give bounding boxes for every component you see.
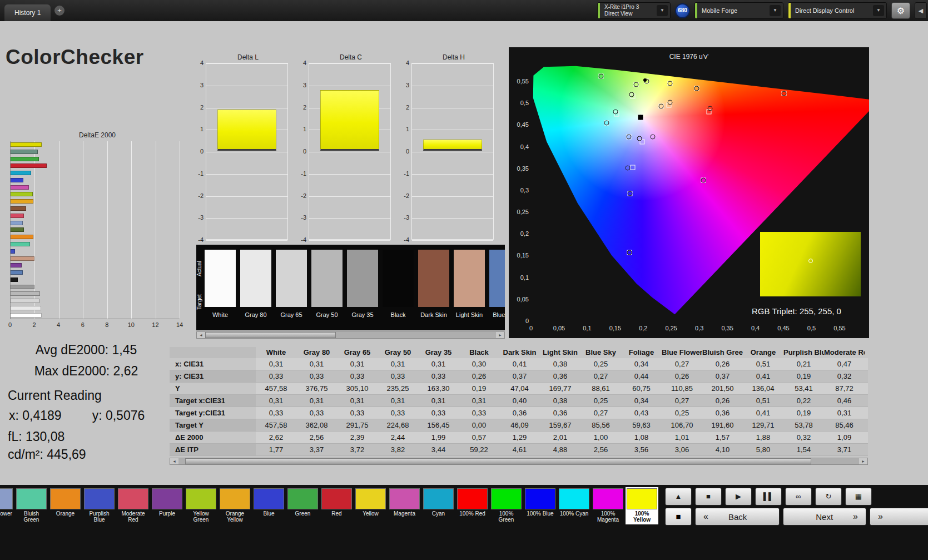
chart-title: Delta C xyxy=(309,53,393,61)
current-reading-marker xyxy=(643,78,647,82)
colorchecker-swatch: Light Skin xyxy=(454,250,485,318)
collapse-panel-arrow-icon[interactable]: ◀ xyxy=(915,2,927,19)
gridline xyxy=(309,240,390,241)
scroll-left-icon[interactable]: ◄ xyxy=(170,458,178,464)
patch-swatch xyxy=(16,488,47,509)
chart-title: DeltaE 2000 xyxy=(6,131,189,139)
y-tick-label: 2 xyxy=(200,104,204,111)
back-button[interactable]: « Back xyxy=(695,508,780,526)
table-cell: 0,46 xyxy=(824,395,865,407)
patch-orange-yellow[interactable]: Orange Yellow xyxy=(220,488,250,523)
table-cell: 457,58 xyxy=(256,383,296,394)
x-tick-label: 0 xyxy=(8,321,12,328)
up-button[interactable]: ▲ xyxy=(665,488,692,506)
patch-magenta[interactable]: Magenta xyxy=(389,488,420,523)
scroll-right-icon[interactable]: ► xyxy=(496,332,504,338)
patch-100-green[interactable]: 100% Green xyxy=(491,488,522,523)
scroll-thumb[interactable] xyxy=(205,332,336,338)
refresh-button[interactable]: ↻ xyxy=(815,488,842,506)
table-cell: 376,75 xyxy=(296,383,337,394)
meter-dropdown[interactable]: X-Rite i1Pro 3 Direct View ▼ xyxy=(597,2,671,19)
swatch-target xyxy=(383,279,414,307)
y-tick-label: -4 xyxy=(404,236,409,243)
scroll-track[interactable] xyxy=(205,332,496,338)
table-cell: 0,25 xyxy=(580,358,621,370)
table-cell: 3,44 xyxy=(418,444,459,455)
table-cell: 1,99 xyxy=(418,432,459,443)
patch-100-cyan[interactable]: 100% Cyan xyxy=(559,488,589,523)
patch-moderate-red[interactable]: Moderate Red xyxy=(118,488,148,523)
patch-100-red[interactable]: 100% Red xyxy=(457,488,488,523)
patch-purplish-blue[interactable]: Purplish Blue xyxy=(84,488,115,523)
workflow-dropdown[interactable]: Mobile Forge ▼ xyxy=(694,2,783,19)
scroll-track[interactable] xyxy=(178,458,859,464)
patch-purple[interactable]: Purple xyxy=(152,488,182,523)
table-cell: 0,36 xyxy=(499,407,540,419)
table-cell: 5,80 xyxy=(743,444,783,455)
x-tick-label: 0,3 xyxy=(688,325,711,331)
play-button[interactable]: ▶ xyxy=(725,488,752,506)
patch-blue[interactable]: Blue xyxy=(254,488,284,523)
scroll-left-icon[interactable]: ◄ xyxy=(197,332,205,338)
patch-100-magenta[interactable]: 100% Magenta xyxy=(593,488,623,523)
y-tick-label: -3 xyxy=(404,214,409,221)
skip-forward-button[interactable]: » xyxy=(870,508,928,526)
table-cell: 0,26 xyxy=(702,395,743,407)
patch-100-blue[interactable]: 100% Blue xyxy=(525,488,555,523)
patch-label: 100% Red xyxy=(457,511,488,523)
chevron-left-icon: « xyxy=(703,512,708,522)
y-tick-label: 3 xyxy=(303,82,306,88)
table-cell: 0,31 xyxy=(256,395,296,407)
swatch-label: Blue Sky xyxy=(489,311,505,318)
gear-icon[interactable]: ⚙ xyxy=(891,2,910,19)
colorchecker-swatch: Blue Sky xyxy=(489,250,505,318)
gridline xyxy=(206,174,287,175)
patch-orange[interactable]: Orange xyxy=(50,488,81,523)
chevron-down-icon[interactable]: ▼ xyxy=(657,5,668,16)
chevron-down-icon[interactable]: ▼ xyxy=(873,5,884,16)
patch-red[interactable]: Red xyxy=(321,488,352,523)
pause-button[interactable]: ▌▌ xyxy=(755,488,782,506)
display-control-dropdown[interactable]: Direct Display Control ▼ xyxy=(788,2,887,19)
row-label: Target x:CIE31 xyxy=(170,395,256,407)
patch-yellow-green[interactable]: Yellow Green xyxy=(186,488,216,523)
gridline xyxy=(206,196,287,197)
chevron-down-icon[interactable]: ▼ xyxy=(770,5,781,16)
y-tick-label: 0,4 xyxy=(509,143,529,150)
patch-100-yellow[interactable]: 100% Yellow xyxy=(627,488,657,523)
patch-blue-flower[interactable]: Blue Flower xyxy=(0,488,13,523)
table-cell: 0,00 xyxy=(459,419,499,431)
patch-bluish-green[interactable]: Bluish Green xyxy=(16,488,47,523)
deltae-bar xyxy=(11,150,38,154)
grid-button[interactable]: ▦ xyxy=(845,488,872,506)
table-cell: 0,33 xyxy=(418,370,459,382)
patch-yellow[interactable]: Yellow xyxy=(355,488,386,523)
column-header: Gray 65 xyxy=(337,347,378,358)
table-cell: 0,31 xyxy=(824,407,865,419)
table-cell: 0,33 xyxy=(337,407,378,419)
current-x: x: 0,4189 xyxy=(9,408,62,423)
patch-green[interactable]: Green xyxy=(287,488,318,523)
gridline xyxy=(412,86,493,86)
loop-button[interactable]: ∞ xyxy=(785,488,812,506)
stop-button[interactable]: ■ xyxy=(695,488,722,506)
scroll-right-icon[interactable]: ► xyxy=(859,458,867,464)
meter-count-badge[interactable]: 680 xyxy=(675,3,690,18)
history-tab[interactable]: History 1 xyxy=(4,4,51,21)
y-tick-label: -1 xyxy=(301,170,306,177)
swatch-actual xyxy=(205,250,236,279)
add-tab-button[interactable]: + xyxy=(54,6,64,16)
table-cell: 0,33 xyxy=(256,407,296,419)
patch-cyan[interactable]: Cyan xyxy=(423,488,454,523)
deltae-bar xyxy=(11,299,39,303)
blackout-button[interactable]: ■ xyxy=(665,508,692,526)
patch-label: Moderate Red xyxy=(118,511,148,523)
table-cell: 0,43 xyxy=(621,407,662,419)
scroll-thumb[interactable] xyxy=(185,458,811,464)
deltae-bar xyxy=(11,185,29,190)
table-cell: 156,45 xyxy=(418,419,459,431)
patch-swatch xyxy=(559,488,589,509)
y-tick-label: 0,2 xyxy=(509,230,529,237)
next-button[interactable]: Next » xyxy=(783,508,866,526)
table-cell: 0,32 xyxy=(783,432,824,443)
